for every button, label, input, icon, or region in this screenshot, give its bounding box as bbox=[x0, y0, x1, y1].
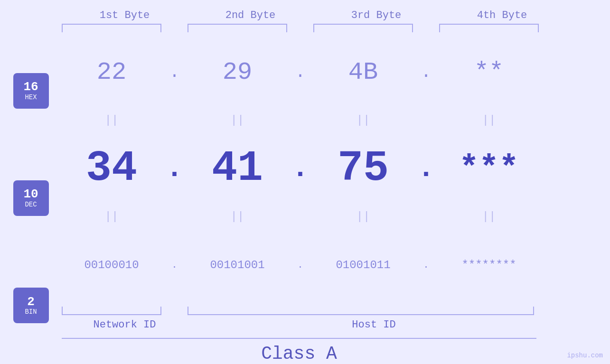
dec-val2: 41 bbox=[188, 144, 287, 193]
hex-dot1: . bbox=[161, 63, 188, 82]
dec-badge-label: DEC bbox=[25, 201, 37, 208]
sep-row-1: || || || || bbox=[62, 112, 610, 129]
top-brackets bbox=[0, 24, 610, 32]
sep2-val4: || bbox=[439, 208, 539, 225]
dec-dot3: . bbox=[413, 152, 439, 185]
sep1-val3: || bbox=[313, 112, 413, 129]
byte4-header: 4th Byte bbox=[439, 9, 565, 21]
byte2-header: 2nd Byte bbox=[188, 9, 313, 21]
hex-badge: 16 HEX bbox=[13, 73, 49, 109]
middle-section: 16 HEX 10 DEC 2 BIN 22 . bbox=[0, 32, 610, 364]
bin-dot1: . bbox=[161, 260, 188, 271]
sep-row-2: || || || || bbox=[62, 208, 610, 225]
sep2-val2: || bbox=[188, 208, 287, 225]
bin-val3: 01001011 bbox=[313, 259, 413, 271]
sep2-val1: || bbox=[62, 208, 161, 225]
bracket-top-3 bbox=[313, 24, 413, 32]
bin-val1: 00100010 bbox=[62, 259, 161, 271]
bracket-bottom-network bbox=[62, 307, 161, 315]
hex-val1: 22 bbox=[62, 58, 161, 86]
dec-badge-num: 10 bbox=[23, 187, 38, 201]
bin-dot3: . bbox=[413, 260, 439, 271]
dec-dot2: . bbox=[287, 152, 313, 185]
bin-badge: 2 BIN bbox=[13, 288, 49, 323]
dec-dot1: . bbox=[161, 152, 188, 185]
hex-badge-num: 16 bbox=[23, 80, 38, 94]
dec-row: 34 . 41 . 75 . *** bbox=[62, 129, 610, 208]
class-bracket-line bbox=[62, 338, 536, 339]
right-content: 22 . 29 . 4B . ** bbox=[62, 32, 610, 364]
watermark: ipshu.com bbox=[567, 352, 603, 359]
dec-val4: *** bbox=[439, 150, 539, 187]
hex-val4: ** bbox=[439, 58, 539, 86]
byte3-header: 3rd Byte bbox=[313, 9, 439, 21]
sep1-val4: || bbox=[439, 112, 539, 129]
byte-headers: 1st Byte 2nd Byte 3rd Byte 4th Byte bbox=[0, 0, 610, 21]
sep2-val3: || bbox=[313, 208, 413, 225]
dec-val3: 75 bbox=[313, 144, 413, 193]
bin-val2: 00101001 bbox=[188, 259, 287, 271]
hex-val2: 29 bbox=[188, 58, 287, 86]
hex-badge-label: HEX bbox=[25, 94, 37, 101]
bracket-bottom-host bbox=[188, 307, 534, 315]
class-label: Class A bbox=[62, 344, 536, 364]
bottom-brackets bbox=[62, 307, 610, 315]
bin-row: 00100010 . 00101001 . 01001011 . bbox=[62, 225, 610, 305]
dec-val1: 34 bbox=[62, 144, 161, 193]
bin-badge-num: 2 bbox=[27, 295, 35, 309]
bin-val4: ******** bbox=[439, 259, 539, 271]
hex-dot2: . bbox=[287, 63, 313, 82]
bracket-top-4 bbox=[439, 24, 539, 32]
network-id-label: Network ID bbox=[62, 319, 188, 331]
host-id-label: Host ID bbox=[188, 319, 560, 331]
hex-row: 22 . 29 . 4B . ** bbox=[62, 32, 610, 112]
bin-badge-label: BIN bbox=[25, 308, 37, 316]
dec-badge: 10 DEC bbox=[13, 180, 49, 216]
hex-dot3: . bbox=[413, 63, 439, 82]
bracket-top-1 bbox=[62, 24, 161, 32]
bin-dot2: . bbox=[287, 260, 313, 271]
badges-column: 16 HEX 10 DEC 2 BIN bbox=[0, 32, 62, 364]
hex-val3: 4B bbox=[313, 58, 413, 86]
id-labels: Network ID Host ID bbox=[62, 319, 610, 331]
sep1-val1: || bbox=[62, 112, 161, 129]
byte1-header: 1st Byte bbox=[62, 9, 188, 21]
sep1-val2: || bbox=[188, 112, 287, 129]
page-wrapper: 1st Byte 2nd Byte 3rd Byte 4th Byte 16 H… bbox=[0, 0, 610, 364]
bracket-top-2 bbox=[188, 24, 287, 32]
